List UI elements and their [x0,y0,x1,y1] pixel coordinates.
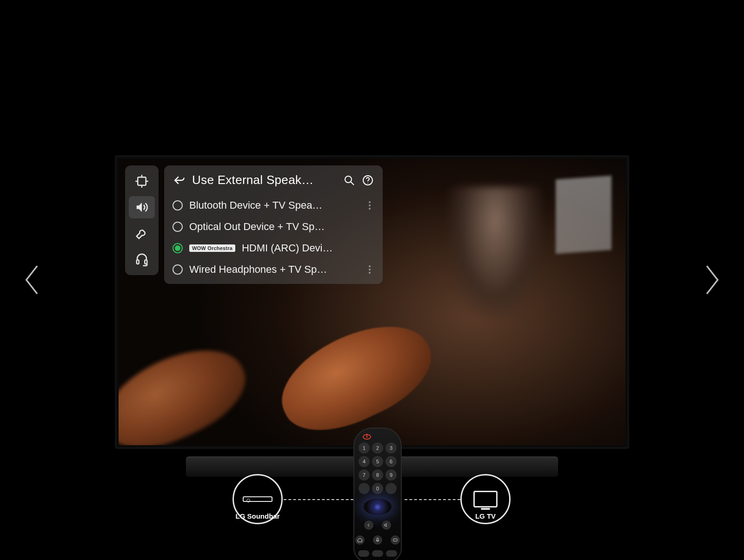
option-label: Wired Headphones + TV Sp… [189,264,359,276]
back-icon [366,522,372,528]
back-arrow-icon [173,174,186,186]
back-button[interactable] [173,173,186,187]
background-violin [119,331,259,445]
panel-header: Use External Speak… [172,171,375,195]
radio-icon [173,222,183,232]
remote-key-1[interactable]: 1 [359,442,370,454]
option-optical-tv-speaker[interactable]: Optical Out Device + TV Sp… [172,216,375,237]
remote-input-button[interactable] [391,535,400,545]
svg-marker-12 [385,524,386,527]
sidebar-item-picture[interactable] [129,170,155,192]
chevron-right-icon [702,264,721,296]
carousel-slide: Use External Speak… Blutooth Device + TV… [0,0,744,560]
remote-app-button[interactable] [386,550,397,557]
radio-icon [173,200,183,211]
tv-badge-label: LG TV [453,512,518,520]
option-more-button[interactable] [365,201,374,210]
tv-screen: Use External Speak… Blutooth Device + TV… [119,159,625,445]
home-icon [357,537,363,543]
sidebar-item-sound[interactable] [129,196,155,218]
radio-selected-icon [173,243,183,253]
svg-line-9 [351,182,354,185]
option-more-button[interactable] [365,265,374,274]
svg-rect-6 [137,260,139,264]
remote-key-more[interactable] [385,483,397,494]
mute-icon [384,522,389,528]
remote-key-3[interactable]: 3 [385,442,397,454]
settings-sidebar [125,165,159,275]
power-button[interactable] [363,434,371,440]
remote-back-button[interactable] [364,520,373,530]
remote-key-0[interactable]: 0 [372,483,383,494]
sidebar-item-general[interactable] [129,222,155,244]
svg-rect-7 [145,260,147,264]
svg-point-11 [367,183,368,184]
sound-icon [135,200,149,214]
svg-rect-13 [377,538,379,541]
remote-voice-button[interactable] [373,535,382,545]
sound-output-panel: Use External Speak… Blutooth Device + TV… [164,165,383,284]
soundbar-icon [243,496,272,502]
mic-icon [375,537,380,543]
background-violin [266,306,445,445]
search-icon [344,175,355,186]
input-icon [392,537,398,543]
svg-point-8 [345,176,352,183]
wrench-icon [135,226,149,240]
radio-icon [173,264,183,275]
chevron-left-icon [23,264,42,296]
connection-line [405,499,460,500]
svg-rect-0 [138,177,146,185]
sidebar-item-support[interactable] [129,248,155,270]
remote-key-2[interactable]: 2 [372,442,383,454]
remote-scroll-wheel[interactable] [364,499,392,515]
help-icon [362,175,373,186]
remote-key-guide[interactable] [359,483,370,494]
wow-orchestra-badge: WOW Orchestra [189,244,235,252]
carousel-prev-button[interactable] [23,266,42,294]
brightness-icon [135,174,149,188]
remote-key-7[interactable]: 7 [359,469,370,481]
remote-app-row [358,550,397,557]
magic-remote: 1 2 3 4 5 6 7 8 9 0 [353,428,402,560]
tv-frame: Use External Speak… Blutooth Device + TV… [115,155,629,449]
remote-app-button[interactable] [358,550,369,557]
remote-home-button[interactable] [355,535,365,545]
search-button[interactable] [343,174,356,187]
remote-key-4[interactable]: 4 [359,456,370,467]
remote-mute-button[interactable] [382,520,391,530]
option-bluetooth-tv-speaker[interactable]: Blutooth Device + TV Spea… [172,195,375,216]
remote-key-9[interactable]: 9 [385,469,397,481]
remote-key-6[interactable]: 6 [385,456,397,467]
carousel-next-button[interactable] [702,266,721,294]
tv-icon [473,491,498,507]
remote-app-button[interactable] [372,550,383,557]
remote-key-5[interactable]: 5 [372,456,383,467]
option-label: Optical Out Device + TV Sp… [189,221,374,233]
connection-line [284,499,353,500]
option-hdmi-arc-device[interactable]: WOW Orchestra HDMI (ARC) Devi… [172,237,375,259]
soundbar-badge-label: LG Soundbar [225,512,290,520]
remote-numpad: 1 2 3 4 5 6 7 8 9 0 [359,442,397,494]
option-label: HDMI (ARC) Devi… [242,242,374,254]
option-label: Blutooth Device + TV Spea… [189,199,359,211]
background-musician [449,187,542,317]
svg-marker-5 [137,203,142,212]
remote-key-8[interactable]: 8 [372,469,383,481]
background-sheet-music [556,176,611,254]
svg-rect-14 [393,539,397,541]
help-button[interactable] [361,174,374,187]
panel-title: Use External Speak… [192,173,314,187]
sound-output-options: Blutooth Device + TV Spea… Optical Out D… [172,195,375,280]
option-wired-headphones-tv-speaker[interactable]: Wired Headphones + TV Sp… [172,259,375,280]
headset-icon [135,252,149,266]
